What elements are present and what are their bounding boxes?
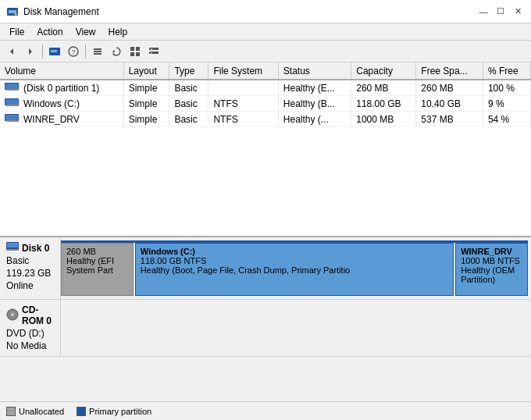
svg-marker-12 <box>112 49 115 53</box>
maximize-button[interactable]: ☐ <box>494 5 508 19</box>
legend-unallocated-box <box>6 407 16 416</box>
cell-pct_free: 100 % <box>483 80 530 96</box>
cell-filesystem: NTFS <box>208 112 278 127</box>
disk-type-text: DVD (D:) <box>6 328 54 339</box>
disk-label-icon: CD-ROM 0 <box>6 304 54 326</box>
legend-primary-box <box>77 407 86 416</box>
svg-marker-4 <box>29 48 32 55</box>
svg-point-34 <box>11 313 14 316</box>
disk-size-text: 119.23 GB <box>6 268 54 279</box>
cell-volume-text: WINRE_DRV <box>23 114 80 125</box>
svg-rect-9 <box>94 48 102 50</box>
cell-capacity: 118.00 GB <box>351 96 416 112</box>
app-icon <box>6 5 19 18</box>
disk-status-text: Online <box>6 280 54 291</box>
col-volume[interactable]: Volume <box>0 62 123 80</box>
close-button[interactable]: ✕ <box>511 5 525 19</box>
cell-free: 537 MB <box>416 112 483 127</box>
tb-help-button[interactable]: ? <box>65 43 82 60</box>
tb-refresh-button[interactable] <box>108 43 125 60</box>
tb-back-button[interactable] <box>3 43 20 60</box>
partition-status: Healthy (Boot, Page File, Crash Dump, Pr… <box>141 265 448 275</box>
partition-name: Windows (C:) <box>141 247 448 256</box>
cell-capacity: 1000 MB <box>351 112 416 127</box>
legend-unallocated: Unallocated <box>6 407 64 416</box>
table-row[interactable]: WINRE_DRVSimpleBasicNTFSHealthy (...1000… <box>0 112 531 127</box>
cell-status: Healthy (B... <box>278 96 351 112</box>
cell-volume-text: (Disk 0 partition 1) <box>23 83 99 94</box>
svg-rect-31 <box>7 243 18 247</box>
table-header-row: Volume Layout Type File System Status Ca… <box>0 62 531 80</box>
svg-rect-22 <box>5 84 18 89</box>
minimize-button[interactable]: — <box>476 5 490 19</box>
disk-label: CD-ROM 0DVD (D:)No Media <box>0 300 61 356</box>
toolbar-separator-1 <box>42 44 43 59</box>
svg-rect-15 <box>130 52 134 56</box>
col-capacity[interactable]: Capacity <box>351 62 416 80</box>
disk-label-icon: Disk 0 <box>6 242 54 254</box>
title-bar: Disk Management — ☐ ✕ <box>0 0 531 23</box>
toolbar: ? <box>0 41 531 62</box>
col-status[interactable]: Status <box>278 62 351 80</box>
window-title: Disk Management <box>23 6 99 17</box>
partition-block[interactable]: 260 MBHealthy (EFI System Part <box>61 243 134 296</box>
svg-rect-1 <box>9 10 16 13</box>
menu-file[interactable]: File <box>3 25 30 39</box>
cell-capacity: 260 MB <box>351 80 416 96</box>
drive-icon <box>5 82 20 94</box>
svg-rect-16 <box>136 52 140 56</box>
menu-action[interactable]: Action <box>30 25 69 39</box>
cell-pct_free: 54 % <box>483 112 530 127</box>
svg-rect-13 <box>130 47 134 51</box>
disk-status-text: No Media <box>6 340 54 351</box>
cell-type: Basic <box>169 96 208 112</box>
col-layout[interactable]: Layout <box>123 62 169 80</box>
tb-view1-button[interactable] <box>127 43 144 60</box>
tb-view2-button[interactable] <box>145 43 162 60</box>
svg-rect-6 <box>51 50 57 52</box>
disk-list-panel: Volume Layout Type File System Status Ca… <box>0 62 531 237</box>
cell-free: 10.40 GB <box>416 96 483 112</box>
title-bar-left: Disk Management <box>6 5 99 18</box>
toolbar-separator-2 <box>85 44 86 59</box>
cell-pct_free: 9 % <box>483 96 530 112</box>
main-area: Volume Layout Type File System Status Ca… <box>0 62 531 420</box>
cell-type: Basic <box>169 112 208 127</box>
cell-layout: Simple <box>123 96 169 112</box>
disk-id-text: CD-ROM 0 <box>22 304 54 326</box>
col-filesystem[interactable]: File System <box>208 62 278 80</box>
menu-bar: File Action View Help <box>0 23 531 41</box>
col-pctfree[interactable]: % Free <box>483 62 530 80</box>
svg-rect-23 <box>6 89 19 91</box>
legend-bar: Unallocated Primary partition <box>0 401 531 420</box>
disk-partitions: 260 MBHealthy (EFI System PartWindows (C… <box>61 240 528 296</box>
partition-block[interactable]: WINRE_DRV1000 MB NTFSHealthy (OEM Partit… <box>455 243 528 296</box>
table-row[interactable]: Windows (C:)SimpleBasicNTFSHealthy (B...… <box>0 96 531 112</box>
col-type[interactable]: Type <box>169 62 208 80</box>
partition-name: WINRE_DRV <box>461 247 522 256</box>
svg-rect-11 <box>94 53 102 55</box>
svg-rect-28 <box>5 115 18 120</box>
disk-table: Volume Layout Type File System Status Ca… <box>0 62 531 127</box>
legend-unallocated-label: Unallocated <box>19 407 64 416</box>
cell-volume: Windows (C:) <box>0 96 123 112</box>
svg-marker-3 <box>10 48 13 55</box>
svg-rect-25 <box>5 99 18 105</box>
table-row[interactable]: (Disk 0 partition 1)SimpleBasicHealthy (… <box>0 80 531 96</box>
menu-view[interactable]: View <box>69 25 102 39</box>
partition-block[interactable]: Windows (C:)118.00 GB NTFSHealthy (Boot,… <box>135 243 454 296</box>
svg-rect-18 <box>149 52 159 54</box>
svg-rect-29 <box>6 120 19 122</box>
svg-rect-19 <box>151 48 152 49</box>
disk-graph-panel[interactable]: Disk 0Basic119.23 GBOnline260 MBHealthy … <box>0 237 531 401</box>
menu-help[interactable]: Help <box>102 25 134 39</box>
cell-volume: (Disk 0 partition 1) <box>0 80 123 96</box>
tb-disk-button[interactable] <box>46 43 63 60</box>
tb-action-button[interactable] <box>89 43 106 60</box>
partition-size: 1000 MB NTFS <box>461 256 522 265</box>
tb-forward-button[interactable] <box>22 43 39 60</box>
disk-table-wrapper[interactable]: Volume Layout Type File System Status Ca… <box>0 62 531 127</box>
legend-primary-label: Primary partition <box>89 407 151 416</box>
title-bar-controls: — ☐ ✕ <box>476 5 525 19</box>
col-freespace[interactable]: Free Spa... <box>416 62 483 80</box>
